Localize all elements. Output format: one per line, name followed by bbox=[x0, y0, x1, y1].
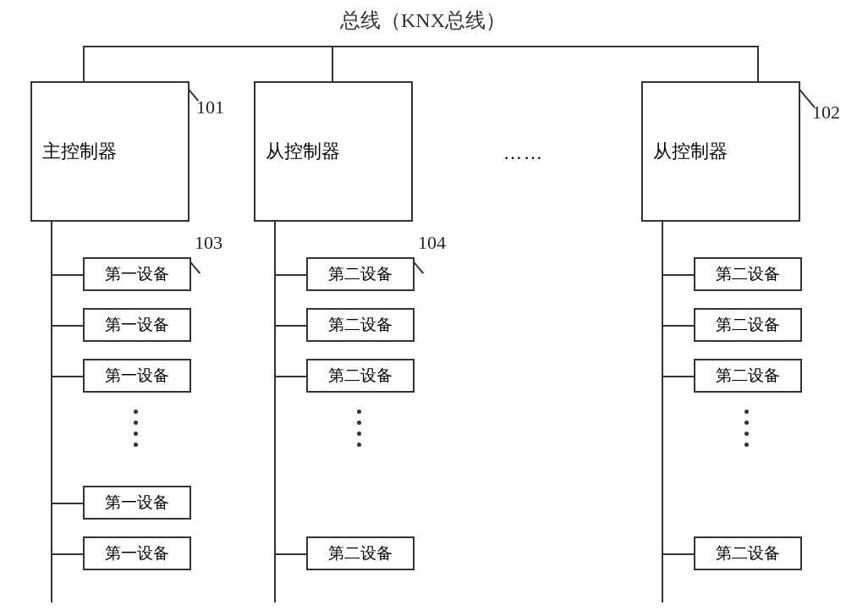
device-c2-4-label: 第二设备 bbox=[328, 542, 393, 564]
device-c1-5: 第一设备 bbox=[83, 536, 191, 570]
device-c1-4: 第一设备 bbox=[83, 486, 191, 520]
tag-104: 104 bbox=[418, 232, 446, 254]
device-c2-3: 第二设备 bbox=[306, 359, 415, 393]
device-c3-2: 第二设备 bbox=[694, 308, 802, 342]
device-c3-3-label: 第二设备 bbox=[716, 365, 780, 387]
device-c2-2-label: 第二设备 bbox=[328, 314, 393, 336]
hconn-c1-d2 bbox=[51, 325, 83, 327]
device-c2-3-label: 第二设备 bbox=[328, 365, 393, 387]
device-c3-1: 第二设备 bbox=[694, 257, 802, 291]
vbus-col3 bbox=[662, 222, 663, 602]
vdots-c1 bbox=[133, 410, 138, 447]
slave-controller-2-label: 从控制器 bbox=[653, 139, 728, 164]
slave-controller-1-label: 从控制器 bbox=[266, 139, 340, 164]
slave-controller-1-box: 从控制器 bbox=[254, 81, 413, 222]
hconn-c2-d4 bbox=[274, 553, 306, 555]
tag-102: 102 bbox=[812, 102, 840, 124]
device-c1-2-label: 第一设备 bbox=[105, 314, 169, 336]
slave-controller-2-box: 从控制器 bbox=[641, 81, 800, 222]
main-controller-box: 主控制器 bbox=[30, 81, 190, 222]
hconn-c2-d1 bbox=[274, 274, 306, 276]
hconn-c3-d4 bbox=[662, 553, 694, 555]
bus-drop-slave1 bbox=[332, 46, 333, 83]
bus-title: 总线（KNX总线） bbox=[340, 7, 506, 34]
device-c3-4-label: 第二设备 bbox=[716, 542, 780, 564]
bus-line bbox=[83, 46, 758, 47]
hconn-c1-d1 bbox=[51, 274, 83, 276]
vbus-col1 bbox=[51, 222, 52, 602]
hconn-c1-d5 bbox=[51, 553, 83, 555]
vdots-c2 bbox=[356, 410, 361, 447]
vbus-col2 bbox=[274, 222, 276, 602]
device-c2-4: 第二设备 bbox=[306, 536, 415, 570]
tag-101: 101 bbox=[196, 96, 224, 118]
bus-drop-main bbox=[83, 46, 85, 83]
device-c1-1: 第一设备 bbox=[83, 257, 191, 291]
device-c3-1-label: 第二设备 bbox=[716, 263, 780, 285]
controllers-ellipsis: …… bbox=[503, 142, 544, 164]
device-c1-3: 第一设备 bbox=[83, 359, 191, 393]
hconn-c2-d2 bbox=[274, 325, 306, 327]
tag-103: 103 bbox=[195, 232, 222, 254]
device-c3-4: 第二设备 bbox=[694, 536, 802, 570]
device-c1-3-label: 第一设备 bbox=[105, 365, 169, 387]
device-c2-1: 第二设备 bbox=[306, 257, 415, 291]
hconn-c2-d3 bbox=[274, 376, 306, 377]
hconn-c3-d1 bbox=[662, 274, 694, 276]
vdots-c3 bbox=[744, 410, 749, 447]
device-c1-5-label: 第一设备 bbox=[105, 542, 169, 564]
hconn-c1-d3 bbox=[51, 376, 83, 377]
main-controller-label: 主控制器 bbox=[42, 139, 117, 164]
hconn-c1-d4 bbox=[51, 503, 83, 504]
hconn-c3-d2 bbox=[662, 325, 694, 327]
device-c1-4-label: 第一设备 bbox=[105, 492, 169, 514]
device-c2-1-label: 第二设备 bbox=[328, 263, 393, 285]
device-c3-2-label: 第二设备 bbox=[716, 314, 780, 336]
device-c1-2: 第一设备 bbox=[83, 308, 191, 342]
device-c3-3: 第二设备 bbox=[694, 359, 802, 393]
bus-drop-slave2 bbox=[757, 46, 759, 83]
hconn-c3-d3 bbox=[662, 376, 694, 377]
device-c2-2: 第二设备 bbox=[306, 308, 415, 342]
device-c1-1-label: 第一设备 bbox=[105, 263, 169, 285]
